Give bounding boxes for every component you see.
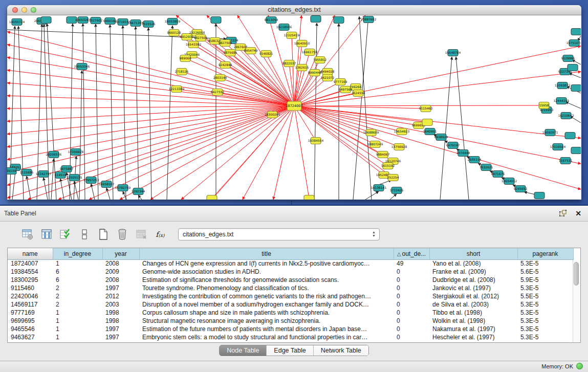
graph-node[interactable]: 9777169 (334, 79, 347, 85)
graph-edge[interactable] (79, 71, 82, 200)
graph-node[interactable] (211, 17, 221, 24)
graph-node[interactable] (304, 195, 314, 200)
graph-node[interactable]: 1527602 (89, 17, 103, 24)
graph-node[interactable]: 14055724 (9, 19, 25, 26)
graph-node[interactable] (571, 147, 581, 154)
tab-network-table[interactable]: Network Table (314, 345, 368, 356)
graph-node[interactable]: 9245652 (514, 186, 528, 192)
graph-edge[interactable] (43, 178, 48, 200)
graph-edge-red[interactable] (294, 72, 581, 106)
graph-node[interactable]: 16648784 (445, 50, 461, 56)
graph-node[interactable] (311, 16, 321, 23)
graph-node[interactable]: 6497568 (339, 86, 353, 93)
close-panel-button[interactable]: ✕ (574, 209, 583, 218)
graph-node[interactable]: 18807249 (367, 141, 383, 148)
table-selector[interactable]: citations_edges.txt ▲▼ (178, 228, 380, 240)
graph-node[interactable] (422, 119, 432, 126)
graph-node[interactable]: 12093872 (555, 82, 571, 89)
graph-node[interactable]: 7515526 (142, 21, 156, 28)
tab-node-table[interactable]: Node Table (220, 345, 267, 356)
graph-node[interactable]: 19384554 (308, 138, 324, 144)
graph-node[interactable]: 9975887 (60, 166, 74, 172)
graph-node[interactable]: 16782759 (115, 185, 131, 191)
table-row[interactable]: 911546021997Tourette syndrome. Phenomeno… (8, 284, 573, 292)
graph-node[interactable]: 16961758 (302, 49, 318, 56)
graph-node[interactable]: 39159 (7, 168, 16, 174)
graph-edge[interactable] (353, 16, 368, 200)
graph-node[interactable]: 8454749 (244, 48, 258, 54)
graph-node[interactable]: 16543382 (186, 41, 202, 48)
graph-edge[interactable] (106, 188, 110, 200)
graph-node[interactable]: 8660128 (167, 30, 181, 36)
column-header-name[interactable]: name (8, 248, 53, 259)
table-row[interactable]: 946554611997Estimation of the future num… (8, 325, 573, 333)
graph-node[interactable]: 16053809 (165, 18, 181, 25)
graph-node[interactable]: 12444195 (554, 98, 570, 104)
column-header-in_degree[interactable]: in_degree (53, 248, 102, 259)
table-row[interactable]: 1456911722003Disruption of a novel membe… (8, 300, 573, 309)
graph-node[interactable] (571, 29, 581, 35)
graph-node[interactable]: 7955812 (313, 57, 327, 63)
graph-edge-red[interactable] (7, 32, 294, 106)
select-all-button[interactable] (57, 227, 74, 242)
table-scrollbar[interactable] (573, 260, 580, 342)
graph-node[interactable]: 9827505 (194, 35, 208, 41)
graph-edge[interactable] (456, 57, 469, 200)
graph-node[interactable]: 15751074 (567, 40, 581, 47)
graph-edge-red[interactable] (294, 106, 309, 199)
delete-table-button[interactable] (133, 227, 149, 242)
column-header-out_degree[interactable]: △out_de... (394, 248, 429, 259)
graph-node[interactable]: 8427552 (211, 89, 225, 96)
graph-edge-red[interactable] (294, 105, 544, 106)
graph-edge-red[interactable] (192, 55, 294, 106)
graph-edge-red[interactable] (294, 43, 302, 106)
graph-node[interactable]: 1115686 (20, 169, 34, 176)
graph-node[interactable]: 1621072 (321, 75, 335, 81)
graph-node[interactable]: 13756928 (391, 144, 407, 150)
graph-node[interactable]: 10688609 (363, 129, 379, 136)
network-canvas[interactable]: 1405572420691406106532871527602646616010… (7, 15, 581, 200)
graph-node[interactable]: 1362615 (295, 64, 309, 71)
graph-edge-red[interactable] (181, 106, 294, 200)
column-header-pagerank[interactable]: pagerank (517, 248, 573, 259)
graph-node[interactable]: 18640910 (294, 40, 310, 47)
graph-node[interactable]: 114519 (55, 172, 67, 179)
graph-edge[interactable] (390, 194, 397, 200)
float-panel-button[interactable] (558, 209, 568, 218)
tab-edge-table[interactable]: Edge Table (267, 345, 313, 356)
graph-edge-red[interactable] (294, 106, 581, 189)
graph-node[interactable]: 1615192 (381, 163, 395, 169)
graph-node[interactable]: 10654012 (502, 178, 517, 185)
graph-node[interactable]: 8822037 (282, 60, 296, 67)
table-row[interactable]: 969969511998Structural magnetic resonanc… (8, 317, 573, 325)
graph-node[interactable]: 2718126 (175, 69, 189, 75)
table-row[interactable]: 977716911998Corpus callosum shape and si… (8, 309, 573, 317)
graph-edge[interactable] (12, 171, 15, 200)
graph-node[interactable] (534, 192, 545, 199)
graph-node[interactable]: 20206536 (46, 151, 62, 158)
graph-node[interactable]: 9884067 (376, 151, 390, 158)
table-row[interactable]: 1872400712008Changes of HCN gene express… (8, 259, 573, 268)
graph-edge-red[interactable] (273, 106, 294, 200)
graph-edge[interactable] (70, 24, 73, 200)
graph-node[interactable]: 8938924 (434, 134, 448, 141)
graph-node[interactable] (207, 195, 217, 200)
delete-column-button[interactable] (114, 227, 130, 242)
graph-edge[interactable] (365, 191, 379, 200)
graph-node[interactable]: 9129966 (561, 55, 575, 62)
graph-node[interactable]: 9146821 (259, 51, 273, 57)
table-row[interactable]: 1830029562008Estimation of significance … (8, 276, 573, 284)
graph-node[interactable]: 15958 (539, 102, 549, 109)
graph-node[interactable]: 1167531 (559, 158, 573, 164)
graph-edge[interactable] (96, 24, 98, 200)
graph-edge[interactable] (74, 181, 78, 200)
graph-edge[interactable] (569, 73, 581, 78)
table-row[interactable]: 946362711997Embryonic stem cells: a mode… (8, 333, 573, 341)
column-header-year[interactable]: year (102, 248, 139, 259)
graph-edge-red[interactable] (294, 106, 402, 132)
graph-node[interactable]: 8471676 (491, 171, 505, 178)
function-builder-button[interactable]: f(x) (152, 227, 168, 242)
graph-node[interactable]: 12325419 (284, 32, 300, 39)
graph-edge[interactable] (60, 179, 64, 200)
graph-edge-red[interactable] (294, 106, 419, 125)
